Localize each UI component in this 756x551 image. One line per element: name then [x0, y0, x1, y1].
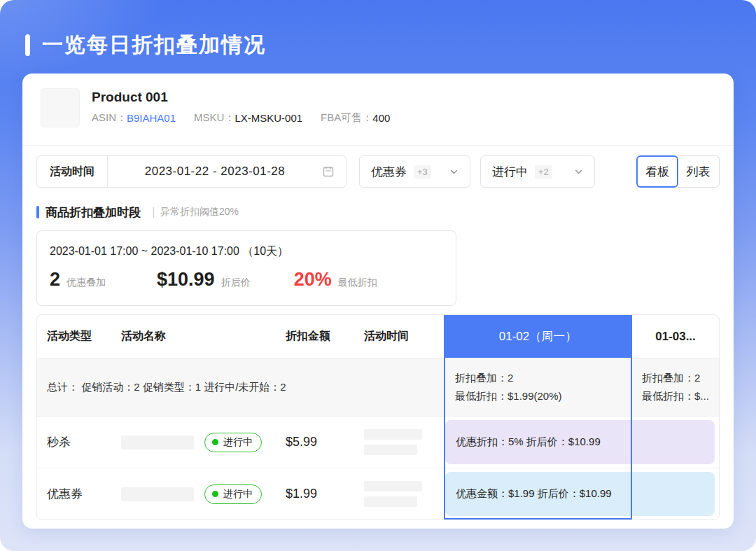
status-text: 进行中	[223, 488, 253, 501]
summary-promo-count: 促销活动：2	[81, 381, 139, 393]
day-next-summary: 折扣叠加：2 最低折扣：$...	[632, 358, 719, 416]
msku-label: MSKU：	[194, 111, 234, 125]
product-info: Product 001 ASIN： B9IAHA01 MSKU： LX-MSKU…	[92, 88, 390, 132]
period-range: 2023-01-01 17:00 ~ 2023-01-10 17:00 （10天…	[50, 244, 443, 259]
redacted-activity-time	[364, 429, 422, 440]
redacted-activity-name	[121, 487, 194, 501]
promo-type-dropdown[interactable]: 优惠券 +3	[359, 155, 470, 188]
status-value: 进行中	[492, 164, 528, 180]
date-range-label: 活动时间	[37, 165, 107, 179]
day-discount-info: 优惠折扣：5% 折后价：$10.99	[445, 420, 715, 464]
col-header-amount: 折扣金额	[274, 329, 351, 344]
app-canvas: 一览每日折扣叠加情况 Product 001 ASIN： B9IAHA01 MS…	[0, 0, 756, 551]
min-discount: 20%	[294, 269, 332, 291]
discount-period-card[interactable]: 2023-01-01 17:00 ~ 2023-01-10 17:00 （10天…	[36, 230, 456, 306]
calendar-icon	[322, 165, 335, 178]
fba-value: 400	[372, 112, 390, 124]
status-count-badge: +2	[535, 165, 552, 179]
redacted-activity-name	[121, 435, 194, 449]
col-header-day-selected[interactable]: 01-02（周一）	[444, 315, 632, 358]
separator	[153, 207, 154, 218]
asin-link[interactable]: B9IAHA01	[127, 112, 176, 124]
section-accent-bar	[36, 206, 39, 218]
table-row-flash-sale[interactable]: 秒杀 进行中 $5.99 优惠折扣：5% 折后价：$10.99	[37, 416, 719, 468]
activity-name-cell: 进行中	[117, 484, 274, 504]
asin-label: ASIN：	[92, 111, 127, 125]
section-title: 商品折扣叠加时段	[46, 204, 141, 221]
summary-totals: 总计： 促销活动：2 促销类型：1 进行中/未开始：2	[37, 381, 444, 394]
view-toggle-list[interactable]: 列表	[678, 155, 720, 188]
status-text: 进行中	[223, 436, 253, 449]
col-header-name: 活动名称	[117, 329, 274, 344]
redacted-activity-time	[364, 481, 422, 491]
day-selected-summary: 折扣叠加：2 最低折扣：$1.99(20%)	[444, 358, 632, 416]
discount-amount: $1.99	[274, 487, 351, 501]
threshold-note: 异常折扣阈值20%	[160, 206, 239, 218]
date-range-picker[interactable]: 活动时间 2023-01-22 - 2023-01-28	[36, 155, 346, 188]
product-header: Product 001 ASIN： B9IAHA01 MSKU： LX-MSKU…	[36, 74, 720, 132]
period-stats: 2 优惠叠加 $10.99 折后价 20% 最低折扣	[50, 269, 443, 291]
activity-type: 优惠券	[37, 486, 117, 502]
date-range-value: 2023-01-22 - 2023-01-28	[108, 165, 322, 179]
stack-count-label: 优惠叠加	[66, 277, 106, 289]
table-row-coupon[interactable]: 优惠券 进行中 $1.99 优惠金额：$1.99 折后价：$10.99	[37, 468, 719, 519]
promo-type-count-badge: +3	[414, 165, 431, 179]
day-min-discount: 最低折扣：$...	[642, 387, 719, 405]
summary-active-count: 进行中/未开始：2	[204, 381, 286, 393]
page-header: 一览每日折扣叠加情况	[0, 0, 756, 60]
summary-total-label: 总计：	[47, 381, 78, 393]
chevron-down-icon	[449, 167, 458, 176]
divider	[22, 145, 734, 146]
status-dropdown[interactable]: 进行中 +2	[480, 155, 595, 188]
fba-label: FBA可售：	[321, 111, 372, 125]
table-summary-row: 总计： 促销活动：2 促销类型：1 进行中/未开始：2 折扣叠加：2 最低折扣：…	[37, 358, 719, 416]
day-stack-count: 折扣叠加：2	[642, 369, 719, 387]
summary-type-count: 促销类型：1	[143, 381, 201, 393]
view-toggle-board[interactable]: 看板	[636, 155, 678, 188]
discount-table: 活动类型 活动名称 折扣金额 活动时间 01-02（周一） 01-03... 总…	[36, 314, 720, 520]
product-name: Product 001	[92, 90, 390, 105]
redacted-activity-time	[364, 496, 417, 507]
col-header-type: 活动类型	[37, 329, 117, 344]
discounted-price: $10.99	[157, 269, 215, 291]
redacted-activity-time	[364, 445, 417, 455]
activity-name-cell: 进行中	[117, 433, 274, 452]
chevron-down-icon	[574, 167, 583, 176]
activity-time-cell	[351, 429, 444, 455]
col-header-day-next[interactable]: 01-03...	[632, 330, 719, 344]
main-card: Product 001 ASIN： B9IAHA01 MSKU： LX-MSKU…	[22, 74, 734, 529]
day-min-discount: 最低折扣：$1.99(20%)	[455, 387, 632, 405]
min-discount-label: 最低折扣	[338, 277, 377, 289]
green-dot-icon	[212, 491, 218, 497]
status-badge: 进行中	[204, 484, 262, 504]
col-header-time: 活动时间	[351, 329, 444, 344]
filter-row: 活动时间 2023-01-22 - 2023-01-28 优惠券 +3	[36, 155, 720, 188]
discounted-price-label: 折后价	[221, 277, 251, 289]
day-stack-count: 折扣叠加：2	[455, 369, 632, 387]
page-title: 一览每日折扣叠加情况	[42, 31, 266, 60]
msku-value: LX-MSKU-001	[234, 112, 302, 124]
promo-type-value: 优惠券	[371, 164, 407, 180]
title-accent-bar	[25, 34, 30, 56]
activity-time-cell	[351, 481, 444, 507]
day-highlight-span: 优惠折扣：5% 折后价：$10.99	[444, 417, 719, 468]
discount-amount: $5.99	[274, 435, 351, 449]
stack-count: 2	[50, 269, 60, 291]
table-header-row: 活动类型 活动名称 折扣金额 活动时间 01-02（周一） 01-03...	[37, 315, 719, 358]
day-discount-info: 优惠金额：$1.99 折后价：$10.99	[445, 472, 715, 516]
product-image-placeholder	[41, 88, 80, 127]
view-toggle: 看板 列表	[636, 155, 720, 188]
product-meta: ASIN： B9IAHA01 MSKU： LX-MSKU-001 FBA可售： …	[92, 111, 390, 125]
status-badge: 进行中	[204, 433, 262, 452]
activity-type: 秒杀	[37, 434, 117, 450]
green-dot-icon	[212, 439, 218, 445]
section-header: 商品折扣叠加时段 异常折扣阈值20%	[36, 204, 720, 220]
day-highlight-span: 优惠金额：$1.99 折后价：$10.99	[444, 468, 719, 519]
